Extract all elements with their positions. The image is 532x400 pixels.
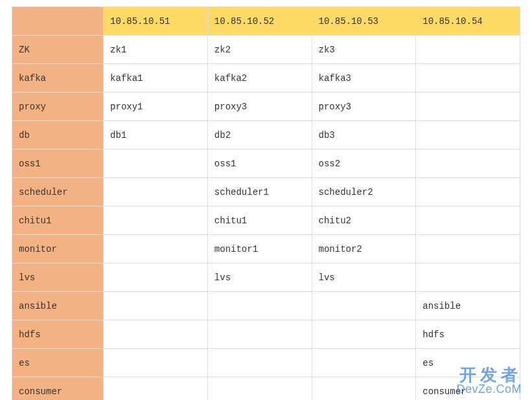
table-cell: monitor2 <box>312 235 416 263</box>
table-row: proxy proxy1 proxy3 proxy3 <box>12 93 520 121</box>
table-cell <box>416 178 520 206</box>
row-header: proxy <box>12 93 104 121</box>
table-cell <box>207 349 312 377</box>
row-header: db <box>12 121 104 150</box>
column-header: 10.85.10.52 <box>207 7 312 36</box>
table-row: ansible ansible <box>12 292 520 320</box>
table-cell <box>104 206 208 235</box>
table-cell: chitu1 <box>207 206 312 235</box>
table-cell <box>104 320 208 349</box>
table-cell: scheduler2 <box>312 178 416 206</box>
table-header-row: 10.85.10.51 10.85.10.52 10.85.10.53 10.8… <box>12 7 520 36</box>
table-cell <box>104 377 208 401</box>
row-header: ZK <box>12 36 104 64</box>
table-cell <box>207 377 312 401</box>
table-row: oss1 oss1 oss2 <box>12 150 520 178</box>
row-header: lvs <box>12 263 104 292</box>
table-cell <box>207 320 312 349</box>
row-header: scheduler <box>12 178 104 206</box>
row-header: monitor <box>12 235 104 263</box>
table-corner-cell <box>12 7 104 36</box>
table-cell: ansible <box>416 292 520 320</box>
table-cell <box>104 150 208 178</box>
table-row: kafka kafka1 kafka2 kafka3 <box>12 64 520 93</box>
row-header: chitu1 <box>12 206 104 235</box>
row-header: ansible <box>12 292 104 320</box>
table-cell: oss1 <box>207 150 312 178</box>
table-cell <box>416 93 520 121</box>
table-cell: kafka1 <box>104 64 208 93</box>
row-header: hdfs <box>12 320 104 349</box>
table-cell: db1 <box>104 121 208 150</box>
table-cell <box>312 292 416 320</box>
table-row: hdfs hdfs <box>12 320 520 349</box>
table-cell: es <box>416 349 520 377</box>
table-cell: kafka2 <box>207 64 312 93</box>
table-row: ZK zk1 zk2 zk3 <box>12 36 520 64</box>
table-row: es es <box>12 349 520 377</box>
row-header: oss1 <box>12 150 104 178</box>
table-cell: lvs <box>207 263 312 292</box>
table-cell: zk3 <box>312 36 416 64</box>
table-cell <box>416 150 520 178</box>
table-cell <box>312 349 416 377</box>
table-cell: lvs <box>312 263 416 292</box>
table-cell <box>104 263 208 292</box>
table-row: consumer consumer <box>12 377 520 401</box>
table-cell: zk1 <box>104 36 208 64</box>
table-cell <box>416 235 520 263</box>
table-body: ZK zk1 zk2 zk3 kafka kafka1 kafka2 kafka… <box>12 36 520 401</box>
table-cell: kafka3 <box>312 64 416 93</box>
table-cell: proxy3 <box>207 93 312 121</box>
table-row: monitor monitor1 monitor2 <box>12 235 520 263</box>
row-header: es <box>12 349 104 377</box>
table-cell <box>416 64 520 93</box>
table-cell <box>104 349 208 377</box>
table-cell: zk2 <box>207 36 312 64</box>
table-cell: chitu2 <box>312 206 416 235</box>
table-cell: proxy1 <box>104 93 208 121</box>
column-header: 10.85.10.51 <box>104 7 208 36</box>
table-cell: consumer <box>416 377 520 401</box>
table-row: scheduler scheduler1 scheduler2 <box>12 178 520 206</box>
column-header: 10.85.10.53 <box>312 7 416 36</box>
table-cell <box>104 292 208 320</box>
table-cell <box>312 320 416 349</box>
table-cell <box>207 292 312 320</box>
table-cell <box>416 121 520 150</box>
table-cell: proxy3 <box>312 93 416 121</box>
deployment-table: 10.85.10.51 10.85.10.52 10.85.10.53 10.8… <box>12 6 520 400</box>
table-cell <box>416 36 520 64</box>
column-header: 10.85.10.54 <box>416 7 520 36</box>
row-header: consumer <box>12 377 104 401</box>
table-cell: scheduler1 <box>207 178 312 206</box>
table-cell: oss2 <box>312 150 416 178</box>
table-cell <box>416 206 520 235</box>
table-cell: db3 <box>312 121 416 150</box>
table-row: chitu1 chitu1 chitu2 <box>12 206 520 235</box>
table-cell <box>312 377 416 401</box>
table-row: lvs lvs lvs <box>12 263 520 292</box>
row-header: kafka <box>12 64 104 93</box>
table-cell: db2 <box>207 121 312 150</box>
table-cell: monitor1 <box>207 235 312 263</box>
table-row: db db1 db2 db3 <box>12 121 520 150</box>
table-cell <box>416 263 520 292</box>
table-cell: hdfs <box>416 320 520 349</box>
table-cell <box>104 178 208 206</box>
table-cell <box>104 235 208 263</box>
